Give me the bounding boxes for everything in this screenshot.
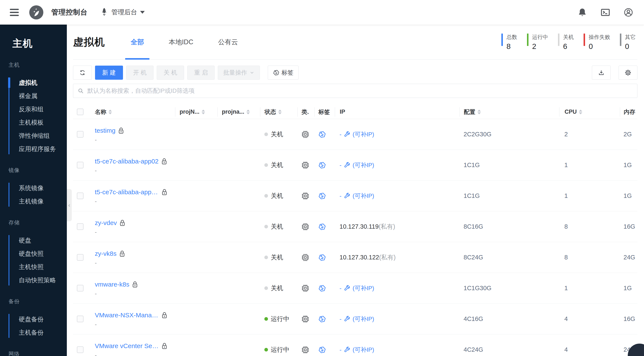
status-dot-icon bbox=[264, 225, 268, 228]
sort-icon[interactable] bbox=[478, 110, 481, 114]
tab[interactable]: 本地IDC bbox=[163, 25, 199, 59]
row-checkbox[interactable] bbox=[77, 285, 84, 291]
sidebar-item[interactable]: 虚拟机 bbox=[19, 76, 67, 89]
sort-icon[interactable] bbox=[278, 110, 282, 114]
vm-name-link[interactable]: vmware-k8s bbox=[95, 281, 130, 288]
column-header[interactable]: CPU bbox=[559, 107, 620, 117]
user-icon[interactable] bbox=[624, 8, 633, 17]
ip-patch-link[interactable]: -(可补IP) bbox=[340, 315, 374, 323]
status-cell: 关机 bbox=[260, 242, 298, 273]
export-button[interactable] bbox=[592, 66, 611, 80]
batch-actions-button[interactable]: 批量操作 bbox=[218, 66, 260, 80]
ip-patch-link[interactable]: -(可补IP) bbox=[340, 346, 374, 354]
row-checkbox[interactable] bbox=[77, 254, 84, 261]
cpu-cell: 8 bbox=[559, 211, 620, 242]
tag-icon[interactable] bbox=[318, 315, 326, 323]
vm-name-link[interactable]: VMware vCenter Server bbox=[95, 342, 159, 349]
sort-icon[interactable] bbox=[579, 110, 582, 114]
row-checkbox[interactable] bbox=[77, 223, 84, 230]
column-header[interactable]: IP bbox=[335, 107, 459, 117]
tag-icon[interactable] bbox=[318, 192, 326, 200]
vm-type-icon[interactable] bbox=[301, 192, 310, 200]
row-checkbox[interactable] bbox=[77, 131, 84, 138]
vm-type-icon[interactable] bbox=[301, 253, 310, 261]
ip-patch-link[interactable]: -(可补IP) bbox=[340, 130, 374, 138]
sidebar-item[interactable]: 硬盘备份 bbox=[19, 313, 67, 326]
vm-type-icon[interactable] bbox=[301, 346, 310, 354]
vm-name-link[interactable]: zy-vdev bbox=[95, 219, 117, 226]
ip-patch-link[interactable]: -(可补IP) bbox=[340, 161, 374, 169]
tag-icon[interactable] bbox=[318, 284, 326, 292]
ip-patch-link[interactable]: -(可补IP) bbox=[340, 284, 374, 292]
vm-name-link[interactable]: t5-ce7c-alibaba-app02 bbox=[95, 158, 159, 165]
power-off-button[interactable]: 关 机 bbox=[157, 66, 184, 80]
column-header[interactable]: projN... bbox=[175, 107, 217, 117]
status-label: 关机 bbox=[271, 284, 283, 292]
sidebar-item[interactable]: 主机镜像 bbox=[19, 195, 67, 208]
sort-icon[interactable] bbox=[246, 110, 250, 114]
vm-type-icon[interactable] bbox=[301, 315, 310, 323]
tab[interactable]: 公有云 bbox=[212, 25, 244, 59]
hamburger-icon[interactable] bbox=[10, 9, 19, 16]
vm-type-icon[interactable] bbox=[301, 161, 310, 169]
vm-name-link[interactable]: t5-ce7c-alibaba-app0... bbox=[95, 188, 159, 196]
tag-icon[interactable] bbox=[318, 346, 326, 354]
brand-logo[interactable] bbox=[28, 5, 44, 20]
select-all-checkbox[interactable] bbox=[77, 109, 84, 115]
vm-type-icon[interactable] bbox=[301, 284, 310, 292]
row-checkbox[interactable] bbox=[77, 193, 84, 199]
row-checkbox[interactable] bbox=[77, 346, 84, 353]
sidebar-collapse-button[interactable]: ‹ bbox=[67, 189, 72, 221]
workspace-switcher[interactable]: 管理后台 bbox=[112, 8, 137, 17]
sidebar-item[interactable]: 自动快照策略 bbox=[19, 273, 67, 287]
row-checkbox[interactable] bbox=[77, 316, 84, 322]
column-header[interactable]: 内存 bbox=[620, 107, 638, 117]
column-header-label: projN... bbox=[180, 109, 200, 115]
tab[interactable]: 全部 bbox=[125, 25, 150, 59]
wrench-icon bbox=[344, 193, 350, 199]
column-header[interactable]: 类. bbox=[298, 107, 314, 117]
row-checkbox[interactable] bbox=[77, 162, 84, 168]
vm-type-icon[interactable] bbox=[301, 130, 310, 138]
sidebar-item[interactable]: 硬盘快照 bbox=[19, 247, 67, 260]
terminal-icon[interactable] bbox=[600, 8, 610, 17]
vm-name-link[interactable]: testimg bbox=[95, 127, 116, 134]
status-label: 运行中 bbox=[271, 345, 289, 354]
project-cell bbox=[175, 304, 217, 334]
ip-patch-link[interactable]: -(可补IP) bbox=[340, 192, 374, 200]
sidebar-item[interactable]: 应用程序服务 bbox=[19, 142, 67, 156]
column-header[interactable]: 配置 bbox=[459, 107, 559, 117]
sidebar-item[interactable]: 裸金属 bbox=[19, 89, 67, 103]
restart-button[interactable]: 重 启 bbox=[187, 66, 214, 80]
search-input[interactable] bbox=[87, 87, 633, 94]
column-settings-button[interactable] bbox=[618, 66, 638, 80]
sidebar-item[interactable]: 主机备份 bbox=[19, 326, 67, 339]
tag-icon[interactable] bbox=[318, 254, 326, 261]
sort-icon[interactable] bbox=[202, 110, 205, 114]
vm-type-icon[interactable] bbox=[301, 223, 310, 231]
sidebar-item[interactable]: 系统镜像 bbox=[19, 181, 67, 195]
tag-button[interactable]: 标签 bbox=[268, 66, 298, 80]
sidebar-item[interactable]: 反亲和组 bbox=[19, 103, 67, 116]
caret-down-icon[interactable] bbox=[140, 11, 145, 14]
sort-icon[interactable] bbox=[108, 110, 112, 114]
column-header[interactable]: 状态 bbox=[260, 107, 298, 117]
bell-icon[interactable] bbox=[578, 8, 587, 17]
refresh-button[interactable] bbox=[73, 66, 92, 80]
tag-icon[interactable] bbox=[318, 131, 326, 138]
column-header[interactable]: 名称 bbox=[90, 107, 175, 117]
sidebar-item[interactable]: 硬盘 bbox=[19, 234, 67, 247]
sidebar-item[interactable]: 弹性伸缩组 bbox=[19, 129, 67, 142]
column-header[interactable]: 标签 bbox=[314, 107, 335, 117]
memory-value: 16G bbox=[624, 223, 635, 230]
power-on-button[interactable]: 开 机 bbox=[126, 66, 154, 80]
create-button[interactable]: 新 建 bbox=[95, 66, 123, 80]
vm-name-link[interactable]: zy-vk8s bbox=[95, 250, 116, 257]
sidebar-item[interactable]: 主机模板 bbox=[19, 116, 67, 129]
tag-icon[interactable] bbox=[318, 161, 326, 169]
column-header[interactable]: projna... bbox=[217, 107, 260, 117]
tag-icon[interactable] bbox=[318, 223, 326, 231]
vm-name-link[interactable]: VMware-NSX-Manage... bbox=[95, 311, 159, 319]
status-summary-text: 操作失败0 bbox=[589, 34, 610, 51]
sidebar-item[interactable]: 主机快照 bbox=[19, 260, 67, 273]
